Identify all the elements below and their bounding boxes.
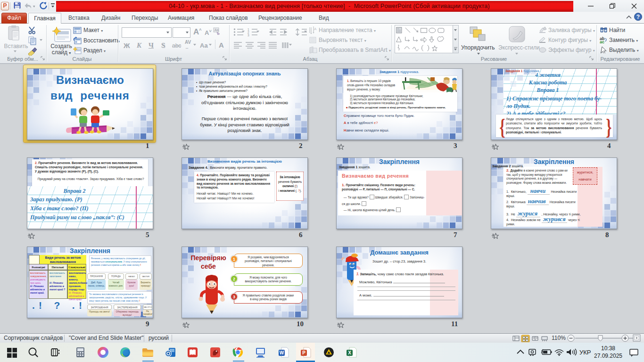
svg-text:X: X — [348, 350, 351, 355]
svg-text:ac: ac — [600, 40, 604, 43]
svg-text:3: 3 — [248, 33, 249, 37]
svg-text:W: W — [280, 350, 284, 355]
svg-text:А: А — [314, 27, 317, 31]
svg-text:Аа: Аа — [215, 28, 219, 32]
svg-text:?: ? — [636, 14, 640, 20]
svg-text:P: P — [302, 350, 305, 355]
